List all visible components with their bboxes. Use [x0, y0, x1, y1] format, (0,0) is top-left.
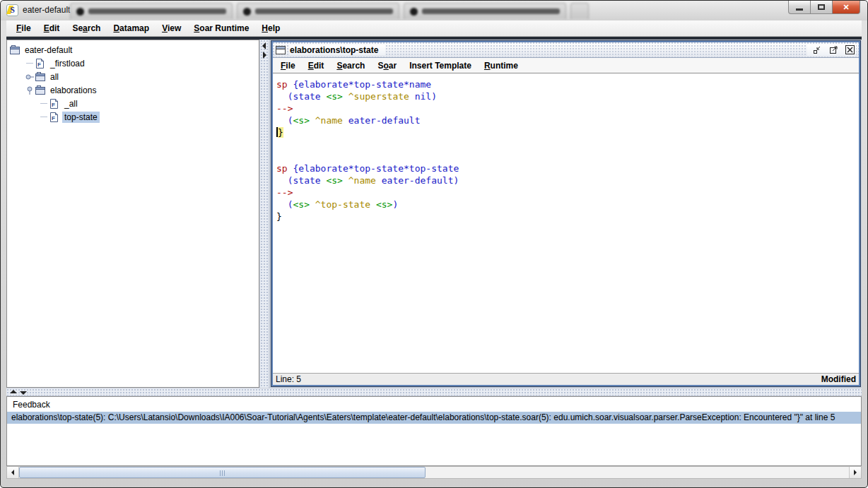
horizontal-scrollbar[interactable]: [6, 466, 862, 479]
menu-item-view[interactable]: View: [156, 21, 187, 35]
tree-expanded-handle-icon[interactable]: [24, 86, 35, 95]
folder-icon: [10, 45, 23, 54]
feedback-panel: Feedback elaborations\top-state(5): C:\U…: [6, 396, 862, 466]
tree-connector: [38, 117, 49, 117]
code-line: -->: [276, 186, 859, 198]
window-title: eater-default: [23, 5, 70, 15]
editor-frame-title: elaborations\top-state: [290, 45, 385, 55]
main-menubar: FileEditSearchDatamapViewSoar RuntimeHel…: [6, 20, 862, 37]
minimize-button[interactable]: [788, 1, 811, 14]
background-browser-tabs: [70, 3, 589, 19]
frame-minimize-button[interactable]: [811, 44, 823, 56]
tree-item-eater-default[interactable]: eater-default: [7, 43, 259, 56]
collapse-up-icon[interactable]: [10, 390, 17, 393]
project-tree-panel[interactable]: eater-defaultF_firstloadallelaborationsF…: [6, 40, 259, 388]
folder-icon: [35, 85, 48, 95]
scroll-thumb-grip: [220, 470, 225, 476]
file-icon: F: [49, 99, 62, 109]
close-button[interactable]: ✕: [832, 1, 860, 14]
tree-item-all[interactable]: all: [7, 70, 259, 83]
menu-item-search[interactable]: Search: [66, 21, 107, 35]
folder-icon: [35, 72, 48, 81]
tree-item-label: eater-default: [23, 44, 74, 56]
feedback-message-row[interactable]: elaborations\top-state(5): C:\Users\Lata…: [7, 412, 861, 424]
svg-text:F: F: [37, 61, 41, 68]
tree-item-label: _firstload: [48, 58, 87, 69]
menu-item-edit[interactable]: Edit: [37, 21, 66, 35]
code-line: -->: [276, 102, 859, 114]
vertical-splitter[interactable]: [259, 40, 269, 388]
tree-item-elaborations[interactable]: elaborations: [7, 83, 259, 97]
code-line: }: [276, 210, 859, 222]
code-line: }: [276, 126, 859, 138]
line-indicator: Line: 5: [276, 374, 301, 384]
svg-text:F: F: [52, 102, 55, 108]
tree-item-top-state[interactable]: Ftop-state: [7, 110, 259, 124]
code-line: sp {elaborate*top-state*top-state: [276, 162, 859, 174]
editor-statusbar: Line: 5 Modified: [273, 373, 859, 385]
code-line: [276, 150, 859, 162]
blurred-tab: [404, 3, 566, 19]
feedback-title: Feedback: [7, 397, 861, 412]
editor-menubar: FileEditSearchSoarInsert TemplateRuntime: [273, 58, 859, 73]
document-window-icon: [276, 46, 286, 54]
soar-app-icon: S: [6, 4, 18, 16]
code-line: (<s> ^name eater-default: [276, 114, 859, 126]
tree-connector: [38, 103, 49, 104]
code-editor[interactable]: sp {elaborate*top-state*name (state <s> …: [273, 73, 859, 373]
menu-item-search[interactable]: Search: [330, 59, 371, 73]
menu-item-soar[interactable]: Soar: [371, 59, 403, 73]
tree-item-label: elaborations: [48, 85, 98, 96]
menu-item-runtime[interactable]: Runtime: [478, 59, 524, 73]
tree-item-label: all: [48, 71, 61, 83]
tree-item-all[interactable]: F_all: [7, 97, 259, 110]
editor-frame: elaborations\top-state FileEditSearch: [271, 41, 860, 386]
scroll-right-button[interactable]: [849, 467, 861, 478]
desktop-area: elaborations\top-state FileEditSearch: [269, 40, 862, 388]
menu-item-datamap[interactable]: Datamap: [107, 21, 156, 35]
menu-item-soar-runtime[interactable]: Soar Runtime: [187, 21, 255, 35]
tree-connector: [24, 63, 35, 64]
menu-item-help[interactable]: Help: [255, 21, 286, 35]
blurred-tab: [237, 3, 399, 19]
main-split: eater-defaultF_firstloadallelaborationsF…: [6, 40, 862, 388]
file-icon: F: [49, 112, 62, 122]
scroll-thumb[interactable]: [19, 467, 426, 478]
editor-frame-titlebar[interactable]: elaborations\top-state: [273, 42, 859, 58]
tree-item-firstload[interactable]: F_firstload: [7, 56, 259, 70]
menu-item-insert-template[interactable]: Insert Template: [403, 59, 478, 73]
tree-collapsed-handle-icon[interactable]: [24, 73, 35, 81]
code-line: (state <s> ^name eater-default): [276, 174, 859, 186]
menu-item-edit[interactable]: Edit: [302, 59, 331, 73]
window-titlebar[interactable]: S eater-default ✕: [1, 1, 867, 20]
scroll-left-button[interactable]: [7, 467, 19, 478]
blurred-tab-button: [570, 3, 589, 19]
menu-item-file[interactable]: File: [274, 59, 302, 73]
menu-item-file[interactable]: File: [10, 21, 37, 35]
collapse-down-icon[interactable]: [20, 391, 27, 395]
frame-close-button[interactable]: [844, 44, 856, 56]
code-line: [276, 138, 859, 150]
tree-item-label: top-state: [62, 112, 100, 123]
horizontal-splitter[interactable]: [6, 388, 862, 396]
file-icon: F: [35, 59, 48, 69]
modified-indicator: Modified: [821, 374, 856, 384]
code-line: sp {elaborate*top-state*name: [276, 78, 859, 90]
code-line: (<s> ^top-state <s>): [276, 198, 859, 210]
frame-maximize-button[interactable]: [828, 44, 840, 56]
maximize-button[interactable]: [810, 1, 833, 14]
svg-text:F: F: [52, 115, 55, 121]
collapse-right-icon[interactable]: [263, 52, 266, 59]
collapse-left-icon[interactable]: [262, 42, 266, 49]
app-window: S eater-default ✕ FileEditSearchDatamapV…: [0, 0, 868, 488]
code-line: (state <s> ^superstate nil): [276, 90, 859, 102]
blurred-tab: [70, 3, 233, 19]
tree-item-label: _all: [62, 98, 80, 109]
